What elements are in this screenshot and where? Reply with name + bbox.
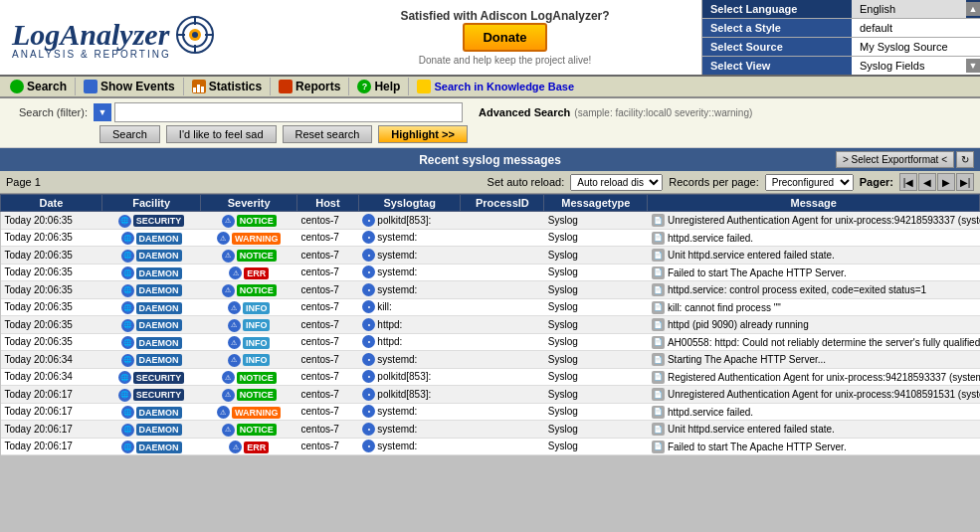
table-row[interactable]: Today 20:06:17 🌐 SECURITY ⚠ NOTICE cento… xyxy=(1,386,980,404)
advanced-search-hint: (sample: facility:local0 severity::warni… xyxy=(574,107,752,118)
cell-syslogtag: • polkitd[853]: xyxy=(358,368,461,386)
table-row[interactable]: Today 20:06:17 🌐 DAEMON ⚠ ERR centos-7 •… xyxy=(1,438,980,455)
cell-severity: ⚠ NOTICE xyxy=(201,212,297,230)
severity-icon: ⚠ xyxy=(228,336,241,349)
cell-severity: ⚠ ERR xyxy=(201,264,297,281)
table-row[interactable]: Today 20:06:35 🌐 DAEMON ⚠ INFO centos-7 … xyxy=(1,316,980,334)
cell-host: centos-7 xyxy=(297,264,359,281)
view-row: Select View Syslog Fields ▼ xyxy=(702,57,980,75)
pager-next[interactable]: ▶ xyxy=(937,173,955,191)
cell-processid xyxy=(461,316,544,334)
cell-processid xyxy=(461,438,544,455)
msg-icon: 📄 xyxy=(652,232,665,245)
donate-button[interactable]: Donate xyxy=(463,23,546,52)
cell-message: 📄 Registered Authentication Agent for un… xyxy=(648,368,980,386)
cell-msgtype: Syslog xyxy=(544,247,648,265)
nav-item-help[interactable]: ? Help xyxy=(349,78,409,95)
nav-item-events[interactable]: Show Events xyxy=(76,78,184,95)
search-area: Search (filter): ▼ Advanced Search (samp… xyxy=(0,98,980,148)
nav-item-search[interactable]: Search xyxy=(2,78,76,95)
msg-icon: 📄 xyxy=(652,214,665,227)
cell-processid xyxy=(461,403,544,421)
search-button[interactable]: Search xyxy=(99,125,160,143)
cell-msgtype: Syslog xyxy=(544,298,648,316)
export-button[interactable]: > Select Exportformat < xyxy=(836,151,954,168)
highlight-button[interactable]: Highlight >> xyxy=(378,125,468,143)
severity-badge: NOTICE xyxy=(237,284,277,296)
sad-button[interactable]: I'd like to feel sad xyxy=(166,125,277,143)
svg-point-3 xyxy=(192,32,198,38)
cell-date: Today 20:06:34 xyxy=(1,368,102,386)
export-icon: ↻ xyxy=(961,154,969,165)
cell-syslogtag: • systemd: xyxy=(358,403,461,421)
cell-message: 📄 kill: cannot find process "" xyxy=(648,298,980,316)
facility-badge: DAEMON xyxy=(136,284,182,296)
scroll-down-icon[interactable]: ▼ xyxy=(966,59,980,73)
table-row[interactable]: Today 20:06:35 🌐 DAEMON ⚠ NOTICE centos-… xyxy=(1,247,980,265)
table-row[interactable]: Today 20:06:17 🌐 DAEMON ⚠ NOTICE centos-… xyxy=(1,421,980,439)
cell-msgtype: Syslog xyxy=(544,403,648,421)
msg-icon: 📄 xyxy=(652,336,665,349)
severity-icon: ⚠ xyxy=(217,406,230,419)
table-row[interactable]: Today 20:06:35 🌐 DAEMON ⚠ WARNING centos… xyxy=(1,229,980,247)
cell-msgtype: Syslog xyxy=(544,316,648,334)
msg-icon: 📄 xyxy=(652,301,665,314)
view-value: Syslog Fields xyxy=(852,57,966,75)
syslogtag-icon: • xyxy=(362,335,375,348)
view-label: Select View xyxy=(702,57,852,75)
syslogtag-icon: • xyxy=(362,214,375,227)
cell-date: Today 20:06:17 xyxy=(1,403,102,421)
severity-icon: ⚠ xyxy=(228,354,241,367)
cell-message: 📄 Failed to start The Apache HTTP Server… xyxy=(648,264,980,281)
facility-badge: DAEMON xyxy=(136,407,182,419)
pager-label: Pager: xyxy=(860,176,893,188)
severity-icon: ⚠ xyxy=(222,215,235,228)
cell-processid xyxy=(461,264,544,281)
table-row[interactable]: Today 20:06:17 🌐 DAEMON ⚠ WARNING centos… xyxy=(1,403,980,421)
cell-date: Today 20:06:35 xyxy=(1,298,102,316)
pager-prev[interactable]: ◀ xyxy=(918,173,936,191)
reports-nav-icon xyxy=(279,80,293,93)
msg-icon: 📄 xyxy=(652,423,665,436)
table-row[interactable]: Today 20:06:34 🌐 SECURITY ⚠ NOTICE cento… xyxy=(1,368,980,386)
nav-item-reports[interactable]: Reports xyxy=(271,78,349,95)
table-row[interactable]: Today 20:06:35 🌐 SECURITY ⚠ NOTICE cento… xyxy=(1,212,980,230)
cell-msgtype: Syslog xyxy=(544,281,648,299)
donate-question: Satisfied with Adiscon LogAnalyzer? xyxy=(400,9,609,23)
table-row[interactable]: Today 20:06:35 🌐 DAEMON ⚠ ERR centos-7 •… xyxy=(1,264,980,281)
cell-severity: ⚠ WARNING xyxy=(201,403,297,421)
cell-host: centos-7 xyxy=(297,316,359,334)
cell-host: centos-7 xyxy=(297,212,359,230)
table-row[interactable]: Today 20:06:35 🌐 DAEMON ⚠ INFO centos-7 … xyxy=(1,298,980,316)
help-nav-icon: ? xyxy=(357,80,371,93)
severity-icon: ⚠ xyxy=(222,284,235,297)
cell-date: Today 20:06:35 xyxy=(1,247,102,265)
cell-host: centos-7 xyxy=(297,421,359,439)
records-select[interactable]: Preconfigured xyxy=(765,174,854,191)
facility-badge: SECURITY xyxy=(133,389,185,401)
facility-badge: SECURITY xyxy=(133,215,185,227)
search-input[interactable] xyxy=(114,102,463,122)
cell-syslogtag: • systemd: xyxy=(358,438,461,455)
pager-first[interactable]: |◀ xyxy=(899,173,917,191)
cell-facility: 🌐 SECURITY xyxy=(101,368,200,386)
nav-item-kb[interactable]: Search in Knowledge Base xyxy=(409,78,582,95)
cell-date: Today 20:06:17 xyxy=(1,438,102,455)
table-row[interactable]: Today 20:06:35 🌐 DAEMON ⚠ NOTICE centos-… xyxy=(1,281,980,299)
cell-message: 📄 httpd.service failed. xyxy=(648,403,980,421)
filter-dropdown-icon[interactable]: ▼ xyxy=(94,103,111,121)
export-button[interactable]: ↻ xyxy=(956,151,974,168)
syslogtag-icon: • xyxy=(362,423,375,436)
scroll-up-icon[interactable]: ▲ xyxy=(966,2,980,16)
nav-item-stats[interactable]: Statistics xyxy=(184,78,271,95)
cell-date: Today 20:06:35 xyxy=(1,229,102,247)
cell-message: 📄 Failed to start The Apache HTTP Server… xyxy=(648,438,980,455)
table-row[interactable]: Today 20:06:34 🌐 DAEMON ⚠ INFO centos-7 … xyxy=(1,351,980,369)
pager-last[interactable]: ▶| xyxy=(956,173,974,191)
cell-syslogtag: • httpd: xyxy=(358,316,461,334)
reset-button[interactable]: Reset search xyxy=(283,125,373,143)
col-host: Host xyxy=(297,195,359,212)
cell-facility: 🌐 SECURITY xyxy=(101,212,200,230)
auto-reload-select[interactable]: Auto reload dis xyxy=(570,174,663,191)
table-row[interactable]: Today 20:06:35 🌐 DAEMON ⚠ INFO centos-7 … xyxy=(1,333,980,351)
